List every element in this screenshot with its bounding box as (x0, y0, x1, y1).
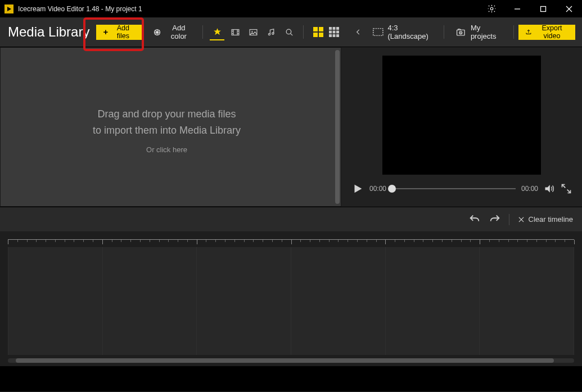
aspect-ratio-icon (373, 27, 384, 37)
svg-rect-33 (336, 34, 339, 37)
svg-rect-22 (319, 27, 323, 31)
view-grid-large-icon[interactable] (312, 25, 325, 39)
add-color-button[interactable]: Add color (147, 25, 198, 40)
svg-rect-30 (336, 31, 339, 34)
svg-rect-23 (313, 33, 318, 37)
window-minimize-button[interactable] (504, 0, 530, 17)
timeline-cell[interactable] (196, 247, 291, 355)
svg-marker-38 (355, 185, 362, 193)
search-icon[interactable] (282, 24, 296, 40)
filter-image-icon[interactable] (246, 24, 260, 40)
view-mode-icons (308, 25, 344, 39)
svg-rect-21 (313, 27, 318, 31)
svg-line-41 (567, 190, 571, 193)
drop-click-here[interactable]: Or click here (1, 145, 333, 154)
timeline-toolbar: Clear timeline (0, 207, 582, 231)
svg-point-17 (268, 33, 270, 35)
preview-panel: 00:00 00:00 (341, 47, 582, 207)
workspace: Drag and drop your media files to import… (0, 47, 582, 207)
app-title: Icecream Video Editor 1.48 - My project … (18, 5, 142, 13)
playback-slider[interactable] (392, 188, 516, 189)
app-toolbar: Media Library Add files Add color (0, 17, 582, 47)
volume-button[interactable] (544, 183, 555, 194)
svg-marker-37 (461, 32, 462, 33)
settings-gear-icon[interactable] (479, 0, 504, 17)
footer-strip (0, 366, 582, 391)
export-video-button[interactable]: Export video (518, 25, 575, 40)
svg-point-16 (251, 30, 252, 31)
fullscreen-button[interactable] (561, 183, 572, 194)
time-current: 00:00 (369, 185, 386, 193)
svg-point-18 (272, 32, 273, 34)
window-maximize-button[interactable] (530, 0, 556, 17)
undo-button[interactable] (468, 213, 481, 226)
playback-controls: 00:00 00:00 (341, 175, 582, 195)
svg-rect-34 (373, 29, 383, 35)
timeline-horizontal-scrollbar[interactable] (8, 358, 574, 363)
svg-rect-25 (329, 27, 332, 30)
add-files-button[interactable]: Add files (96, 25, 141, 40)
timeline-area[interactable] (0, 231, 582, 366)
media-filter-icons (207, 24, 299, 40)
drop-line2: to import them into Media Library (1, 122, 333, 139)
time-total: 00:00 (521, 185, 538, 193)
filter-all-icon[interactable] (210, 24, 224, 40)
filter-audio-icon[interactable] (264, 24, 278, 40)
playback-slider-thumb[interactable] (388, 185, 396, 193)
svg-rect-24 (319, 33, 323, 37)
svg-rect-27 (336, 27, 339, 30)
svg-marker-7 (214, 28, 221, 35)
svg-rect-28 (329, 31, 332, 34)
svg-rect-29 (332, 31, 335, 34)
timeline-tracks[interactable] (8, 247, 574, 355)
svg-rect-26 (332, 27, 335, 30)
timeline-cell[interactable] (385, 247, 480, 355)
drop-line1: Drag and drop your media files (1, 106, 333, 122)
svg-rect-3 (541, 6, 546, 11)
svg-rect-32 (332, 34, 335, 37)
title-bar: Icecream Video Editor 1.48 - My project … (0, 0, 582, 17)
svg-rect-31 (329, 34, 332, 37)
media-library-drop-area[interactable]: Drag and drop your media files to import… (0, 47, 341, 207)
collapse-panel-chevron-icon[interactable] (351, 28, 366, 36)
svg-line-40 (562, 185, 566, 188)
timeline-ruler[interactable] (8, 239, 574, 244)
view-grid-small-icon[interactable] (327, 25, 341, 39)
timeline-cell[interactable] (291, 247, 385, 355)
close-icon (517, 216, 525, 224)
app-logo-icon (4, 4, 13, 13)
export-icon (525, 28, 532, 36)
filter-video-icon[interactable] (228, 24, 242, 40)
aspect-ratio-selector[interactable]: 4:3 (Landscape) (366, 24, 440, 40)
svg-rect-8 (232, 29, 239, 35)
color-wheel-icon (153, 28, 161, 37)
svg-marker-0 (7, 7, 11, 11)
projects-icon (455, 27, 466, 37)
preview-viewport (382, 56, 541, 175)
timeline-cell[interactable] (8, 247, 102, 355)
drop-message: Drag and drop your media files to import… (1, 106, 333, 154)
svg-point-19 (286, 29, 291, 34)
svg-marker-39 (545, 185, 550, 192)
timeline-cell[interactable] (102, 247, 197, 355)
redo-button[interactable] (489, 213, 501, 226)
clear-timeline-button[interactable]: Clear timeline (517, 215, 573, 224)
play-button[interactable] (351, 183, 364, 195)
my-projects-button[interactable]: My projects (449, 24, 509, 40)
timeline-cell[interactable] (479, 247, 574, 355)
media-library-title: Media Library (0, 24, 96, 40)
svg-point-1 (490, 7, 493, 10)
svg-line-20 (290, 33, 292, 35)
library-scrollbar[interactable] (335, 50, 340, 204)
scrollbar-thumb[interactable] (16, 358, 554, 363)
window-close-button[interactable] (556, 0, 582, 17)
